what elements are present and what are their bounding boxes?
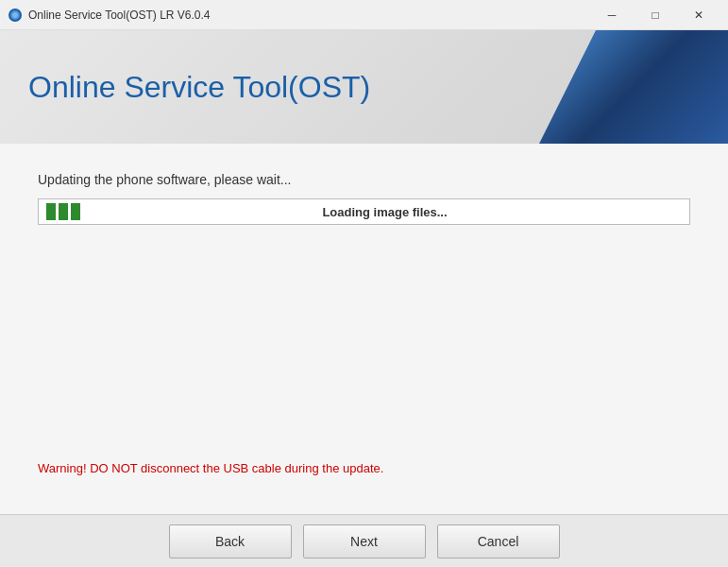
footer: Back Next Cancel (0, 514, 728, 567)
next-button[interactable]: Next (303, 524, 426, 558)
title-bar: Online Service Tool(OST) LR V6.0.4 ─ □ ✕ (0, 0, 728, 30)
progress-label: Loading image files... (88, 205, 682, 219)
header-title: Online Service Tool(OST) (28, 70, 370, 105)
maximize-button[interactable]: □ (634, 0, 677, 30)
main-content: Updating the phone software, please wait… (0, 144, 728, 514)
header-area: Online Service Tool(OST) (0, 30, 728, 144)
warning-area: Warning! DO NOT disconnect the USB cable… (38, 459, 690, 486)
title-bar-controls: ─ □ ✕ (590, 0, 720, 30)
title-bar-text: Online Service Tool(OST) LR V6.0.4 (28, 9, 590, 22)
progress-segment-2 (59, 203, 68, 220)
warning-text: Warning! DO NOT disconnect the USB cable… (38, 461, 383, 475)
svg-point-2 (12, 12, 18, 18)
progress-bars (46, 203, 80, 220)
header-decoration (539, 30, 728, 144)
close-button[interactable]: ✕ (677, 0, 720, 30)
progress-segment-3 (71, 203, 80, 220)
progress-container: Loading image files... (38, 198, 690, 225)
app-icon (8, 8, 23, 23)
back-button[interactable]: Back (169, 524, 292, 558)
cancel-button[interactable]: Cancel (437, 524, 560, 558)
status-text: Updating the phone software, please wait… (38, 172, 690, 187)
progress-segment-1 (46, 203, 56, 220)
minimize-button[interactable]: ─ (590, 0, 634, 30)
